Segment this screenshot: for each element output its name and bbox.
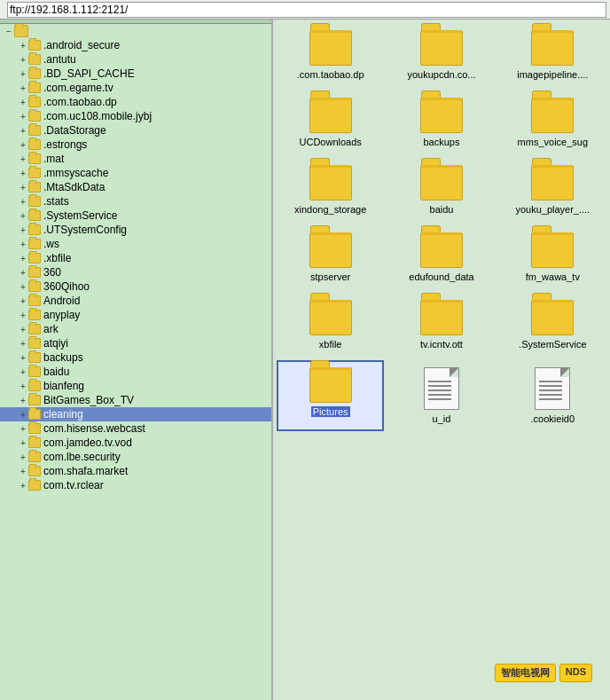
tree-expand-360[interactable]: + [18, 268, 28, 278]
tree-expand-com_taobao_dp[interactable]: + [18, 98, 28, 107]
file-item-edufound_data[interactable]: edufound_data [387, 225, 495, 289]
file-item-imagepipeline[interactable]: imagepipeline.... [499, 23, 606, 87]
tree-expand-com_lbe_security[interactable]: + [18, 452, 28, 462]
tree-label-360: 360 [43, 266, 61, 279]
tree-expand-stats[interactable]: + [18, 197, 28, 207]
file-item-youku_player[interactable]: youku_player_.... [499, 158, 606, 222]
tree-expand-backups[interactable]: + [18, 353, 28, 363]
tree-expand-antutu[interactable]: + [18, 55, 28, 65]
folder-icon-xbfile [28, 253, 41, 263]
tree-expand-com_shafa_market[interactable]: + [18, 467, 28, 476]
file-item-xbfile[interactable]: xbfile [277, 293, 384, 357]
tree-expand-atqiyi[interactable]: + [18, 339, 28, 349]
file-item-baidu[interactable]: baidu [387, 158, 495, 222]
right-panel[interactable]: .com.taobao.dpyoukupcdn.co...imagepipeli… [273, 20, 610, 700]
tree-item-baidu[interactable]: +baidu [0, 365, 271, 379]
tree-label-atqiyi: atqiyi [43, 337, 68, 350]
address-input[interactable] [7, 2, 606, 18]
tree-item-com_uc108_mobile_jybj[interactable]: +.com.uc108.mobile.jybj [0, 109, 271, 123]
tree-label-antutu: .antutu [43, 53, 76, 66]
tree-item-ark[interactable]: +ark [0, 322, 271, 336]
tree-expand-android_secure[interactable]: + [18, 41, 28, 51]
folder-icon-large-stpserver [309, 232, 352, 268]
tree-expand-android[interactable]: + [18, 296, 28, 306]
tree-container[interactable]: − +.android_secure+.antutu+.BD_SAPI_CACH… [0, 24, 271, 700]
file-item-stpserver[interactable]: stpserver [277, 225, 384, 289]
tree-item-xbfile[interactable]: +.xbfile [0, 251, 271, 265]
tree-item-com_lbe_security[interactable]: +com.lbe.security [0, 450, 271, 464]
tree-expand-systemservice[interactable]: + [18, 211, 28, 221]
tree-item-android[interactable]: +Android [0, 294, 271, 308]
tree-expand-cleaning[interactable]: + [18, 410, 28, 420]
tree-expand-anyplay[interactable]: + [18, 311, 28, 320]
file-item-com_taobao_dp[interactable]: .com.taobao.dp [277, 23, 384, 87]
tree-item-360[interactable]: +360 [0, 265, 271, 279]
file-item-uuid[interactable]: u_id [387, 360, 495, 431]
tree-expand-ark[interactable]: + [18, 325, 28, 334]
tree-item-com_egame_tv[interactable]: +.com.egame.tv [0, 81, 271, 95]
tree-item-datastorage[interactable]: +.DataStorage [0, 123, 271, 138]
file-item-xindong_storage[interactable]: xindong_storage [277, 158, 384, 222]
tree-item-systemservice[interactable]: +.SystemService [0, 208, 271, 223]
tree-expand-com_uc108_mobile_jybj[interactable]: + [18, 112, 28, 122]
file-item-systemservice2[interactable]: .SystemService [499, 293, 606, 357]
tree-item-stats[interactable]: +.stats [0, 194, 271, 208]
tree-expand-bianfeng[interactable]: + [18, 381, 28, 391]
tree-expand-com_egame_tv[interactable]: + [18, 83, 28, 93]
tree-item-mmsyscache[interactable]: +.mmsyscache [0, 166, 271, 180]
tree-item-bd_sapi_cache[interactable]: +.BD_SAPI_CACHE [0, 67, 271, 81]
tree-item-estrongs[interactable]: +.estrongs [0, 138, 271, 152]
tree-expand-utsystemconfig[interactable]: + [18, 225, 28, 235]
tree-expand-mtasdkdata[interactable]: + [18, 183, 28, 193]
tree-expand-360qihoo[interactable]: + [18, 282, 28, 292]
tree-item-bitgames_box_tv[interactable]: +BitGames_Box_TV [0, 393, 271, 407]
folder-icon-stats [28, 196, 41, 207]
file-label-pictures: Pictures [311, 406, 350, 417]
tree-expand-baidu[interactable]: + [18, 367, 28, 377]
file-item-tv_icntv_ott[interactable]: tv.icntv.ott [387, 293, 495, 357]
tree-expand-xbfile[interactable]: + [18, 254, 28, 263]
tree-expand-bitgames_box_tv[interactable]: + [18, 396, 28, 405]
tree-expand-com_tv_rclear[interactable]: + [18, 481, 28, 491]
tree-expand-mat[interactable]: + [18, 154, 28, 164]
tree-expand-bd_sapi_cache[interactable]: + [18, 69, 28, 79]
file-item-mms_voice_sug[interactable]: mms_voice_sug [499, 90, 606, 154]
file-item-cookieid0[interactable]: .cookieid0 [499, 360, 606, 431]
tree-item-bianfeng[interactable]: +bianfeng [0, 379, 271, 393]
tree-expand-datastorage[interactable]: + [18, 126, 28, 136]
file-item-pictures[interactable]: Pictures [277, 360, 384, 431]
tree-expand-com_hisense_webcast[interactable]: + [18, 424, 28, 434]
tree-item-360qihoo[interactable]: +360Qihoo [0, 279, 271, 294]
file-item-ucdownloads[interactable]: UCDownloads [277, 90, 384, 154]
tree-expand-mmsyscache[interactable]: + [18, 169, 28, 178]
tree-expand-ws[interactable]: + [18, 240, 28, 249]
tree-item-com_jamdeo_tv_vod[interactable]: +com.jamdeo.tv.vod [0, 436, 271, 450]
tree-label-com_hisense_webcast: com.hisense.webcast [43, 422, 145, 435]
tree-item-utsystemconfig[interactable]: +.UTSystemConfig [0, 223, 271, 237]
tree-item-com_hisense_webcast[interactable]: +com.hisense.webcast [0, 421, 271, 436]
folder-icon-com_lbe_security [28, 452, 41, 462]
file-label-imagepipeline: imagepipeline.... [517, 69, 588, 80]
folder-icon-utsystemconfig [28, 224, 41, 235]
tree-item-cleaning[interactable]: +cleaning [0, 407, 271, 421]
tree-item-com_taobao_dp[interactable]: +.com.taobao.dp [0, 95, 271, 109]
tree-item-antutu[interactable]: +.antutu [0, 52, 271, 67]
file-item-youkupcdn[interactable]: youkupcdn.co... [387, 23, 495, 87]
tree-item-com_tv_rclear[interactable]: +com.tv.rclear [0, 478, 271, 492]
file-item-backups[interactable]: backups [387, 90, 495, 154]
file-item-fm_wawa_tv[interactable]: fm_wawa_tv [499, 225, 606, 289]
tree-expand-estrongs[interactable]: + [18, 140, 28, 150]
tree-item-com_shafa_market[interactable]: +com.shafa.market [0, 464, 271, 478]
tree-item-root[interactable]: − [0, 24, 271, 38]
tree-label-com_lbe_security: com.lbe.security [43, 451, 121, 463]
tree-item-mat[interactable]: +.mat [0, 152, 271, 166]
tree-item-ws[interactable]: +.ws [0, 237, 271, 251]
tree-item-anyplay[interactable]: +anyplay [0, 308, 271, 322]
tree-expand-root[interactable]: − [4, 27, 14, 36]
tree-expand-com_jamdeo_tv_vod[interactable]: + [18, 438, 28, 448]
file-label-mms_voice_sug: mms_voice_sug [518, 137, 588, 147]
tree-item-mtasdkdata[interactable]: +.MtaSdkData [0, 180, 271, 194]
tree-item-android_secure[interactable]: +.android_secure [0, 38, 271, 52]
tree-item-backups[interactable]: +backups [0, 350, 271, 365]
tree-item-atqiyi[interactable]: +atqiyi [0, 336, 271, 350]
